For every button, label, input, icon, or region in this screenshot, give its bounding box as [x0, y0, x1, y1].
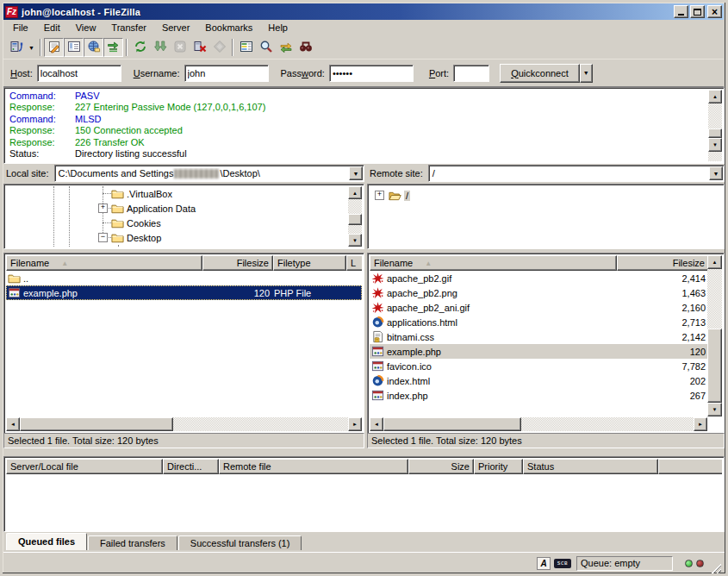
maximize-button[interactable] [690, 5, 705, 18]
local-tree-view[interactable]: .VirtualBox+Application DataCookies−Desk… [6, 186, 362, 247]
remote-tree-view[interactable]: +/ [370, 186, 722, 247]
file-row-apache-pb2-ani-gif[interactable]: apache_pb2_ani.gif2,160 [370, 300, 707, 315]
queue-body[interactable] [6, 475, 722, 529]
file-row-apache-pb2-png[interactable]: apache_pb2.png1,463 [370, 285, 707, 300]
remote-site-combo-arrow[interactable]: ▼ [709, 166, 723, 180]
file-row-index-php[interactable]: index.php267 [370, 388, 707, 403]
scroll-down-icon[interactable]: ▼ [708, 138, 722, 152]
remote-site-combo[interactable]: / ▼ [428, 165, 725, 182]
tab-successful-transfers-1[interactable]: Successful transfers (1) [178, 535, 302, 550]
queue-column-remote-file[interactable]: Remote file [219, 459, 408, 474]
local-site-combo-arrow[interactable]: ▼ [349, 166, 363, 180]
site-manager-dropdown[interactable]: ▼ [26, 38, 37, 57]
find-files-button[interactable] [296, 38, 315, 57]
expand-icon[interactable]: + [98, 203, 108, 213]
file-row-example-php[interactable]: example.php120 [370, 344, 707, 359]
toggle-remote-tree-button[interactable] [84, 38, 103, 57]
tree-item-cookies[interactable]: Cookies [111, 216, 161, 230]
remote-list-rows[interactable]: apache_pb2.gif2,414apache_pb2.png1,463ap… [370, 271, 707, 416]
toggle-log-button[interactable] [44, 38, 64, 57]
process-queue-button[interactable] [150, 38, 170, 57]
remote-column-filename[interactable]: Filename▲ [370, 255, 617, 271]
scroll-left-icon[interactable]: ◄ [370, 417, 383, 431]
menu-transfer[interactable]: Transfer [103, 21, 154, 35]
file-row-apache-pb2-gif[interactable]: apache_pb2.gif2,414 [370, 271, 707, 285]
toggle-queue-button[interactable] [103, 38, 123, 57]
menu-file[interactable]: File [5, 21, 36, 35]
scroll-down-icon[interactable]: ▼ [348, 234, 362, 247]
quickconnect-dropdown[interactable]: ▼ [580, 64, 593, 83]
refresh-button[interactable] [130, 38, 150, 57]
tree-item-application-data[interactable]: Application Data [111, 201, 196, 216]
log-vscrollbar[interactable]: ▲ ▼ [708, 90, 722, 161]
remote-vscrollbar[interactable]: ▲ ▼ [707, 255, 722, 416]
file-row-blank[interactable]: .. [6, 271, 362, 285]
tab-queued-files[interactable]: Queued files [6, 533, 87, 550]
scroll-down-icon[interactable]: ▼ [707, 403, 722, 416]
local-hscrollbar-thumb[interactable] [20, 417, 173, 431]
file-row-applications-html[interactable]: applications.html2,713 [370, 315, 707, 329]
collapse-icon[interactable]: − [98, 233, 108, 242]
remote-hscrollbar[interactable]: ◄ ► [370, 417, 707, 431]
scroll-up-icon[interactable]: ▲ [348, 186, 362, 199]
remote-column-filesize[interactable]: Filesize [617, 255, 709, 271]
menu-view[interactable]: View [68, 21, 104, 35]
queue-column-server-local-file[interactable]: Server/Local file [6, 459, 163, 474]
local-column-filetype[interactable]: Filetype [273, 255, 346, 271]
directory-comparison-button[interactable] [236, 38, 256, 57]
close-button[interactable]: × [707, 5, 722, 18]
menu-server[interactable]: Server [154, 21, 197, 35]
reconnect-button[interactable] [209, 38, 229, 57]
menu-help[interactable]: Help [260, 21, 296, 35]
queue-column-status[interactable]: Status [523, 459, 658, 474]
scroll-right-icon[interactable]: ► [348, 417, 362, 431]
menu-edit[interactable]: Edit [36, 21, 68, 35]
scroll-up-icon[interactable]: ▲ [707, 255, 722, 269]
local-column-l[interactable]: L [346, 255, 362, 271]
scroll-right-icon[interactable]: ► [694, 417, 707, 431]
tab-failed-transfers[interactable]: Failed transfers [88, 535, 177, 550]
password-input[interactable] [329, 65, 414, 82]
host-input[interactable] [37, 65, 121, 82]
minimize-button[interactable] [674, 5, 688, 18]
queue-column-priority[interactable]: Priority [474, 459, 523, 474]
port-input[interactable] [453, 65, 489, 82]
disconnect-button[interactable] [190, 38, 209, 57]
synchronized-browsing-button[interactable] [276, 38, 296, 57]
file-row-favicon-ico[interactable]: favicon.ico7,782 [370, 359, 707, 373]
scroll-left-icon[interactable]: ◄ [6, 417, 20, 431]
local-column-filesize[interactable]: Filesize [202, 255, 273, 271]
local-tree-vscrollbar[interactable]: ▲ ▼ [348, 186, 362, 247]
filter-button[interactable] [256, 38, 276, 57]
file-row-bitnami-css[interactable]: bitnami.css2,142 [370, 329, 707, 344]
local-column-filename[interactable]: Filename▲ [6, 255, 202, 271]
queue-column-directi[interactable]: Directi... [163, 459, 219, 474]
tree-item-desktop[interactable]: Desktop [111, 230, 161, 245]
scroll-up-icon[interactable]: ▲ [708, 90, 722, 103]
queue-column-blank[interactable] [658, 459, 722, 474]
log-vscrollbar-thumb[interactable] [708, 128, 722, 138]
cancel-button[interactable] [170, 38, 190, 57]
remote-vscrollbar-thumb[interactable] [707, 329, 722, 403]
data-type-ascii-icon[interactable]: A [537, 557, 551, 570]
titlebar[interactable]: Fz john@localhost - FileZilla × [3, 3, 724, 20]
remote-hscrollbar-thumb[interactable] [383, 417, 521, 431]
queue-column-size[interactable]: Size [408, 459, 474, 474]
resize-grip[interactable] [709, 561, 721, 573]
site-manager-button[interactable] [6, 38, 26, 57]
toggle-local-tree-button[interactable] [64, 38, 84, 57]
local-list-rows[interactable]: ..example.php120PHP File1 [6, 271, 362, 416]
quickconnect-button[interactable]: Quickconnect [500, 64, 580, 83]
tree-item-root[interactable]: / [389, 188, 410, 203]
file-row-example-php[interactable]: example.php120PHP File1 [6, 285, 362, 300]
local-tree-thumb[interactable] [348, 214, 362, 225]
local-site-combo[interactable]: C:\Documents and Settings\Desktop\ ▼ [54, 165, 364, 182]
menu-bookmarks[interactable]: Bookmarks [197, 21, 260, 35]
filezilla-icon[interactable]: Fz [5, 6, 18, 18]
speed-limit-icon[interactable]: SCB [554, 559, 571, 568]
local-hscrollbar[interactable]: ◄ ► [6, 417, 362, 431]
file-row-index-html[interactable]: index.html202 [370, 373, 707, 388]
tree-item-virtualbox[interactable]: .VirtualBox [111, 186, 172, 201]
expand-icon[interactable]: + [375, 191, 384, 200]
username-input[interactable] [184, 65, 269, 82]
